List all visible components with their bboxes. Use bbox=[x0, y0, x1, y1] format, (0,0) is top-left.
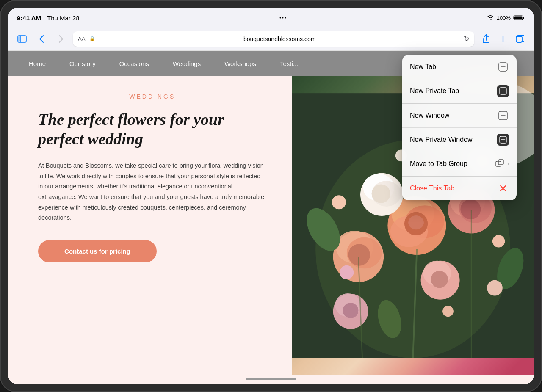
new-private-tab-icon bbox=[497, 85, 509, 97]
new-private-window-icon bbox=[497, 134, 509, 146]
svg-rect-8 bbox=[18, 36, 20, 42]
ipad-frame: 9:41 AM Thu Mar 28 100% bbox=[0, 0, 542, 392]
new-window-label: New Window bbox=[410, 112, 449, 119]
ellipsis-icon bbox=[279, 16, 286, 19]
svg-point-45 bbox=[492, 235, 504, 247]
home-bar bbox=[246, 378, 296, 380]
svg-rect-4 bbox=[523, 17, 524, 19]
status-time: 9:41 AM bbox=[17, 14, 41, 22]
ipad-screen: 9:41 AM Thu Mar 28 100% bbox=[8, 8, 534, 384]
main-heading: The perfect flowers for your perfect wed… bbox=[38, 110, 267, 149]
menu-item-new-window[interactable]: New Window bbox=[402, 104, 517, 128]
svg-point-17 bbox=[408, 215, 424, 229]
nav-weddings[interactable]: Weddings bbox=[161, 51, 213, 76]
menu-item-new-private-window[interactable]: New Private Window bbox=[402, 128, 517, 152]
new-tab-button[interactable] bbox=[495, 31, 511, 47]
svg-point-39 bbox=[343, 303, 358, 318]
share-button[interactable] bbox=[478, 31, 494, 47]
move-tab-group-right: › bbox=[494, 158, 509, 170]
svg-point-1 bbox=[282, 17, 284, 19]
menu-item-move-tab-group[interactable]: Move to Tab Group › bbox=[402, 152, 517, 176]
svg-point-52 bbox=[340, 265, 354, 279]
back-icon bbox=[39, 35, 44, 43]
reload-icon[interactable]: ↻ bbox=[464, 35, 469, 43]
chevron-right-icon: › bbox=[507, 161, 509, 167]
lock-icon: 🔒 bbox=[89, 36, 95, 41]
plus-icon bbox=[499, 35, 507, 43]
close-tab-label: Close This Tab bbox=[410, 185, 454, 192]
new-private-tab-label: New Private Tab bbox=[410, 87, 459, 95]
tabs-icon bbox=[516, 35, 524, 43]
weddings-label: WEDDINGS bbox=[38, 93, 267, 100]
nav-home[interactable]: Home bbox=[17, 51, 58, 76]
menu-item-new-private-tab[interactable]: New Private Tab bbox=[402, 79, 517, 103]
svg-point-44 bbox=[332, 195, 346, 209]
description: At Bouquets and Blossoms, we take specia… bbox=[38, 160, 267, 223]
tabs-button[interactable] bbox=[512, 31, 528, 47]
status-bar: 9:41 AM Thu Mar 28 100% bbox=[8, 8, 534, 27]
forward-icon bbox=[58, 35, 64, 43]
browser-chrome: AA 🔒 bouquetsandblossoms.com ↻ bbox=[8, 27, 534, 51]
svg-rect-9 bbox=[516, 36, 522, 42]
text-side: WEDDINGS The perfect flowers for your pe… bbox=[8, 76, 292, 375]
address-url: bouquetsandblossoms.com bbox=[98, 36, 461, 42]
menu-item-close-tab[interactable]: Close This Tab bbox=[402, 177, 517, 200]
aa-label: AA bbox=[78, 36, 85, 42]
back-button[interactable] bbox=[34, 31, 49, 47]
home-indicator bbox=[8, 375, 534, 384]
sidebar-icon bbox=[17, 35, 27, 43]
svg-point-36 bbox=[431, 271, 448, 288]
wifi-icon bbox=[487, 15, 494, 21]
forward-button[interactable] bbox=[53, 31, 69, 47]
close-tab-icon bbox=[497, 182, 509, 194]
address-bar[interactable]: AA 🔒 bouquetsandblossoms.com ↻ bbox=[73, 31, 474, 47]
move-tab-group-icon bbox=[494, 158, 506, 170]
nav-testimonials[interactable]: Testi... bbox=[268, 51, 310, 76]
svg-point-29 bbox=[371, 184, 390, 203]
status-date: Thu Mar 28 bbox=[47, 14, 80, 22]
move-tab-group-label: Move to Tab Group bbox=[410, 160, 467, 168]
context-menu: New Tab New Private Tab bbox=[402, 55, 517, 200]
nav-our-story[interactable]: Our story bbox=[58, 51, 108, 76]
battery-percent: 100% bbox=[497, 15, 511, 21]
contact-button[interactable]: Contact us for pricing bbox=[38, 240, 157, 262]
sidebar-button[interactable] bbox=[14, 31, 30, 47]
new-tab-icon bbox=[497, 61, 509, 73]
svg-point-46 bbox=[442, 306, 454, 317]
new-tab-label: New Tab bbox=[410, 63, 436, 71]
menu-item-new-tab[interactable]: New Tab bbox=[402, 55, 517, 79]
new-window-icon bbox=[497, 110, 509, 121]
battery-icon bbox=[513, 15, 525, 21]
svg-point-53 bbox=[487, 280, 503, 296]
nav-occasions[interactable]: Occasions bbox=[108, 51, 161, 76]
browser-actions bbox=[478, 31, 528, 47]
share-icon bbox=[482, 34, 490, 44]
status-icons: 100% bbox=[487, 15, 525, 21]
svg-rect-5 bbox=[514, 17, 522, 19]
new-private-window-label: New Private Window bbox=[410, 136, 473, 144]
svg-point-0 bbox=[280, 17, 281, 19]
svg-point-25 bbox=[460, 199, 481, 219]
svg-point-2 bbox=[285, 17, 286, 19]
nav-workshops[interactable]: Workshops bbox=[213, 51, 268, 76]
